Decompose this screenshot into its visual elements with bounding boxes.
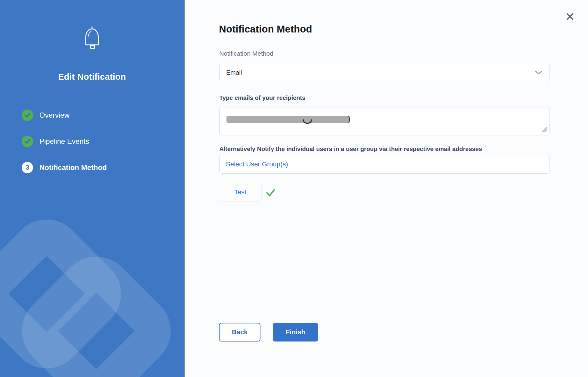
bell-icon [0, 26, 184, 52]
step-pipeline-events[interactable]: Pipeline Events [22, 136, 107, 147]
page-title: Notification Method [219, 23, 312, 35]
step-notification-method[interactable]: 3 Notification Method [22, 162, 107, 173]
user-group-label: Alternatively Notify the individual user… [219, 146, 482, 153]
redacted-email-suffix: ) [348, 116, 350, 123]
wizard-steps: Overview Pipeline Events 3 Notification … [22, 110, 107, 173]
step-label: Notification Method [39, 163, 107, 172]
close-icon [566, 13, 574, 20]
notification-method-panel: Notification Method Notification Method … [185, 0, 588, 377]
test-button[interactable]: Test [219, 183, 262, 202]
step-number-badge: 3 [22, 162, 33, 173]
step-label: Pipeline Events [39, 137, 89, 146]
panel-divider [184, 0, 185, 377]
recipients-label: Type emails of your recipients [219, 94, 305, 101]
back-button[interactable]: Back [219, 323, 260, 341]
selected-method-value: Email [226, 69, 535, 76]
wizard-title: Edit Notification [0, 72, 184, 82]
method-label: Notification Method [219, 50, 273, 57]
at-symbol-fragment [303, 119, 312, 124]
step-complete-check-icon [22, 110, 33, 121]
resize-handle[interactable] [541, 127, 548, 134]
recipients-textarea[interactable]: ) [219, 107, 550, 135]
select-user-groups-label: Select User Group(s) [226, 160, 288, 168]
close-button[interactable] [565, 11, 575, 22]
step-label: Overview [39, 111, 69, 119]
wizard-sidebar: Edit Notification Overview Pipeline Even… [0, 0, 184, 377]
chevron-down-icon [535, 70, 543, 75]
step-complete-check-icon [22, 136, 33, 147]
step-overview[interactable]: Overview [22, 110, 107, 121]
redaction-bar [226, 116, 350, 123]
test-success-check-icon [266, 188, 276, 197]
finish-button[interactable]: Finish [273, 323, 318, 341]
redacted-email-value: ) [226, 116, 350, 123]
select-user-groups-button[interactable]: Select User Group(s) [219, 155, 550, 174]
notification-method-select[interactable]: Email [219, 64, 550, 81]
